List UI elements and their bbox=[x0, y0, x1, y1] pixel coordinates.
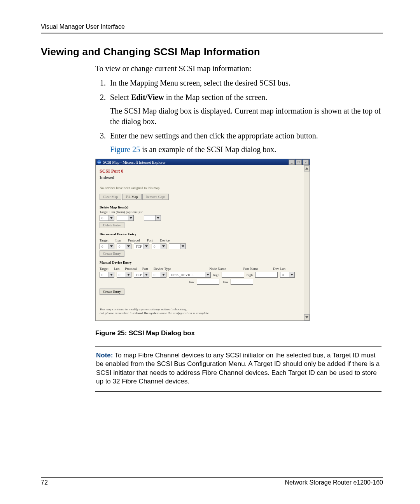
section-heading: Viewing and Changing SCSI Map Informatio… bbox=[41, 46, 383, 58]
port-name-high-input[interactable] bbox=[255, 272, 278, 278]
man-port-select[interactable]: 0 bbox=[152, 272, 166, 278]
figure-link[interactable]: Figure 25 bbox=[110, 145, 140, 154]
figure-caption: Figure 25: SCSI Map Dialog box bbox=[95, 329, 383, 337]
disc-target-select[interactable]: 0 bbox=[100, 243, 114, 249]
chevron-down-icon bbox=[108, 215, 114, 220]
discovered-header: Discovered Device Entry bbox=[100, 232, 300, 236]
scroll-down-icon[interactable] bbox=[304, 314, 310, 320]
footnote-line2: but please remember to reboot the system… bbox=[100, 311, 300, 315]
note-label: Note: bbox=[96, 352, 113, 359]
step-3: Enter the new settings and then click th… bbox=[108, 131, 383, 155]
scsi-map-dialog: SCSI Map - Microsoft Internet Explorer _… bbox=[95, 159, 310, 321]
header-rule bbox=[41, 33, 383, 33]
delete-map-header: Delete Map Item(s) bbox=[100, 205, 300, 209]
fill-map-button[interactable]: Fill Map bbox=[122, 194, 141, 200]
disc-protocol-select[interactable]: FCP bbox=[134, 243, 149, 249]
note-text: To map Fibre Channel devices to any SCSI… bbox=[96, 352, 380, 385]
man-protocol-select[interactable]: FCP bbox=[134, 272, 149, 278]
dialog-title: SCSI Map - Microsoft Internet Explorer bbox=[103, 160, 289, 164]
maximize-button[interactable]: □ bbox=[296, 159, 302, 165]
clear-map-button[interactable]: Clear Map bbox=[100, 194, 121, 200]
man-devlun-select[interactable]: 0 bbox=[280, 272, 295, 278]
note-box: Note: To map Fibre Channel devices to an… bbox=[95, 346, 382, 392]
node-name-high-input[interactable] bbox=[222, 272, 244, 278]
disc-port-select[interactable]: 0 bbox=[152, 243, 166, 249]
step-1: In the Mapping Menu screen, select the d… bbox=[108, 78, 383, 88]
disc-device-select[interactable] bbox=[169, 243, 186, 249]
intro-text: To view or change current SCSI map infor… bbox=[95, 63, 383, 74]
footnote-line1: You may continue to modify system settin… bbox=[100, 307, 300, 311]
disc-create-entry-button[interactable]: Create Entry bbox=[100, 250, 124, 257]
delete-lun-from-select[interactable] bbox=[117, 215, 134, 221]
scroll-up-icon[interactable] bbox=[304, 165, 310, 172]
manual-header: Manual Device Entry bbox=[100, 261, 300, 264]
chevron-down-icon bbox=[155, 215, 161, 220]
minimize-button[interactable]: _ bbox=[289, 159, 295, 165]
dialog-titlebar: SCSI Map - Microsoft Internet Explorer _… bbox=[96, 159, 310, 165]
delete-lun-to-select[interactable] bbox=[144, 215, 161, 221]
man-create-entry-button[interactable]: Create Entry bbox=[100, 289, 124, 295]
step-2: Select Edit/View in the Map section of t… bbox=[108, 92, 383, 127]
step-2-detail: The SCSI Map dialog box is displayed. Cu… bbox=[110, 106, 383, 127]
page-number: 72 bbox=[41, 479, 48, 486]
scsi-port-label: SCSI Port 0 bbox=[100, 168, 300, 174]
no-devices-msg: No devices have been assigned to this ma… bbox=[100, 186, 300, 190]
chevron-down-icon bbox=[128, 215, 133, 220]
remove-gaps-button[interactable]: Remove Gaps bbox=[142, 194, 169, 200]
port-name-low-input[interactable] bbox=[231, 279, 253, 285]
scrollbar[interactable] bbox=[304, 165, 310, 320]
man-target-select[interactable]: 0 bbox=[100, 272, 114, 278]
delete-entry-button[interactable]: Delete Entry bbox=[100, 222, 124, 228]
disc-lun-select[interactable]: 0 bbox=[117, 243, 131, 249]
delete-map-labels: Target Lun (from) (optional) to bbox=[100, 210, 300, 214]
doc-title-footer: Network Storage Router e1200-160 bbox=[285, 479, 383, 486]
running-head: Visual Manager User Interface bbox=[41, 23, 383, 30]
close-button[interactable]: × bbox=[303, 159, 309, 165]
node-name-low-input[interactable] bbox=[197, 279, 219, 285]
man-lun-select[interactable]: 0 bbox=[117, 272, 131, 278]
indexed-label: Indexed bbox=[100, 175, 300, 180]
ie-icon bbox=[97, 160, 102, 164]
man-device-type-select[interactable]: DISK_DEVICE bbox=[169, 272, 211, 278]
delete-target-select[interactable]: 0 bbox=[100, 215, 114, 221]
